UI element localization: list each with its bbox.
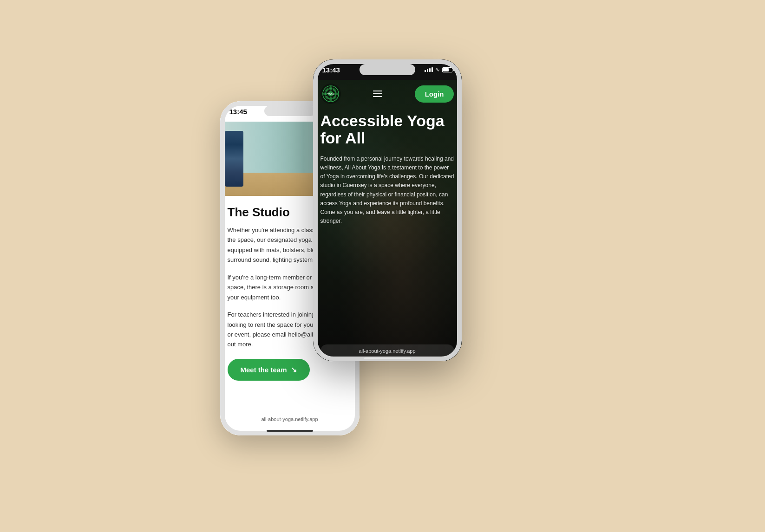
svg-point-3: [329, 86, 332, 91]
notch-back: [360, 64, 415, 75]
notch-front: [264, 106, 315, 116]
hero-title: Accessible Yoga for All: [320, 112, 454, 147]
phone-back: 13:43 ∿: [313, 59, 462, 361]
time-front: 13:45: [229, 108, 247, 116]
meet-team-label: Meet the team: [241, 366, 287, 374]
svg-point-5: [323, 92, 327, 95]
logo: YOGA: [320, 84, 341, 104]
svg-text:YOGA: YOGA: [327, 93, 334, 96]
back-phone-screen: YOGA Login Accessible Yoga for All Found…: [313, 80, 462, 361]
hamburger-menu[interactable]: [373, 91, 382, 97]
battery-icon: [442, 67, 452, 72]
phone-mockup-scene: 13:43 ∿: [220, 45, 545, 487]
arrow-icon: ↘: [291, 365, 297, 374]
wifi-icon: ∿: [435, 66, 440, 73]
url-text-back: all-about-yoga.netlify.app: [359, 348, 415, 354]
url-text-front: all-about-yoga.netlify.app: [261, 416, 318, 422]
hero-text-block: Accessible Yoga for All Founded from a p…: [320, 112, 454, 226]
navbar: YOGA Login: [313, 80, 462, 108]
hero-description: Founded from a personal journey towards …: [320, 155, 454, 226]
login-button[interactable]: Login: [415, 85, 454, 103]
status-icons-back: ∿: [425, 66, 452, 73]
url-bar-back: all-about-yoga.netlify.app: [320, 344, 454, 357]
meet-team-button[interactable]: Meet the team ↘: [228, 359, 310, 381]
home-indicator-back: [364, 357, 411, 359]
logo-mandala-icon: YOGA: [322, 85, 340, 103]
url-bar-front: all-about-yoga.netlify.app: [228, 413, 352, 425]
signal-icon: [425, 67, 433, 72]
home-indicator-front: [267, 430, 313, 432]
svg-point-6: [333, 92, 338, 95]
svg-point-4: [329, 97, 332, 102]
time-back: 13:43: [322, 66, 340, 74]
